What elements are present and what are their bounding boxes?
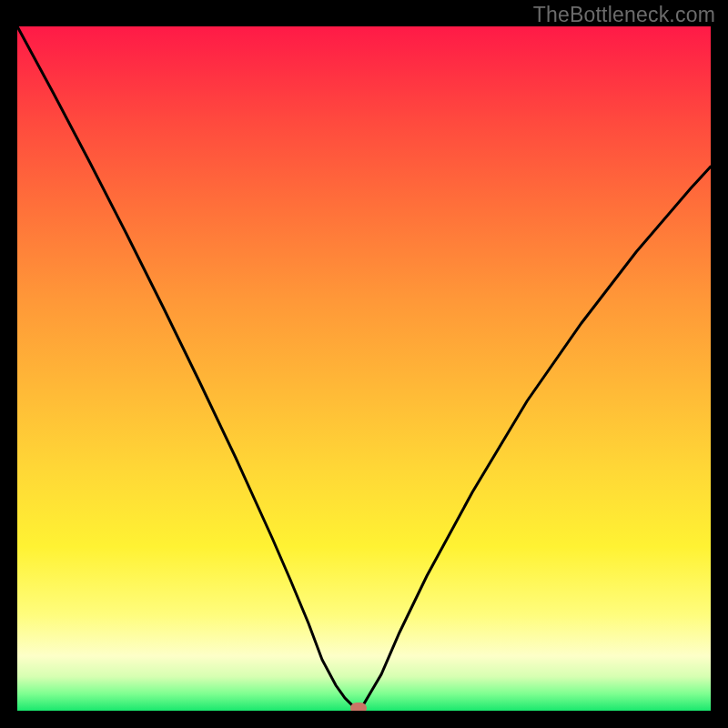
- chart-frame: TheBottleneck.com: [0, 0, 728, 728]
- bottleneck-curve: [17, 26, 711, 711]
- watermark-text: TheBottleneck.com: [533, 3, 715, 27]
- plot-area: [17, 26, 711, 711]
- minimum-point-marker: [350, 703, 367, 711]
